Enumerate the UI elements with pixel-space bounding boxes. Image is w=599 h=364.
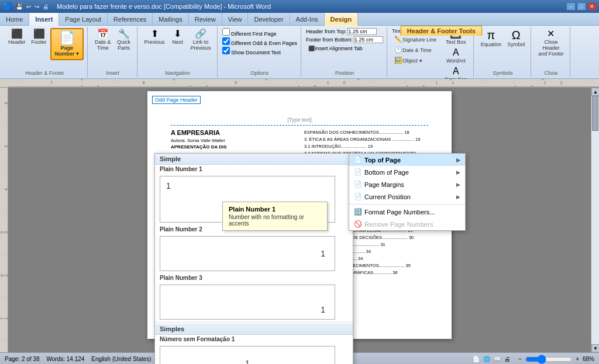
options-items: Different First Page Different Odd & Eve… xyxy=(222,28,297,69)
zoom-slider[interactable] xyxy=(525,355,572,364)
diff-odd-even-check[interactable]: Different Odd & Even Pages xyxy=(222,37,297,46)
show-doc-text-check[interactable]: Show Document Text xyxy=(222,47,281,56)
wordart-btn[interactable]: A WordArt xyxy=(442,47,470,65)
object-icon: 🖼️ xyxy=(394,57,402,64)
plain-number-3-preview[interactable]: 1 xyxy=(160,285,335,320)
group-insert: 📅 Date &Time 🔧 QuickParts Insert xyxy=(89,27,137,77)
scrollbar-vertical[interactable]: ▲ ▼ xyxy=(591,88,599,352)
footer-bottom-input[interactable] xyxy=(354,36,383,43)
symbols-group-label: Symbols xyxy=(493,69,513,76)
view-reading-icon[interactable]: 📖 xyxy=(494,356,501,362)
zoom-slider-minus[interactable]: − xyxy=(518,356,522,362)
wordart-icon: A xyxy=(453,48,459,57)
ruler-horizontal: · · 1 · · 2 · · 3 · · 4 · · 5 · · 6 · · … xyxy=(0,79,599,88)
scroll-down-btn[interactable]: ▼ xyxy=(591,344,599,352)
tab-page-layout[interactable]: Page Layout xyxy=(59,13,108,25)
arrow-right-3-icon: ▶ xyxy=(456,182,460,188)
format-page-numbers-item[interactable]: 🔢 Format Page Numbers... xyxy=(349,206,465,218)
page-margins-item[interactable]: 📄 Page Margins ▶ xyxy=(349,178,465,190)
position-dropdown: 📄 Top of Page ▶ 📄 Bottom of Page ▶ 📄 Pag… xyxy=(349,153,466,231)
options-group-label: Options xyxy=(250,69,268,76)
diff-first-pages-check[interactable]: Different First Page xyxy=(222,28,277,37)
quick-parts-btn[interactable]: 🔧 QuickParts xyxy=(115,28,133,52)
close-btn[interactable]: ✕ xyxy=(587,2,597,11)
tab-view[interactable]: View xyxy=(222,13,249,25)
next-btn[interactable]: ⬇ Next xyxy=(168,28,187,46)
insert-alignment-tab-btn[interactable]: ⬛ Insert Alignment Tab xyxy=(306,44,364,53)
tab-insert[interactable]: Insert xyxy=(29,13,59,26)
date-time-btn[interactable]: 📅 Date &Time xyxy=(92,28,113,52)
date-time-text-btn[interactable]: 🕐 Date & Time xyxy=(392,45,439,55)
link-to-prev-btn[interactable]: 🔗 Link toPrevious xyxy=(188,28,214,52)
equation-btn[interactable]: π Equation xyxy=(478,28,504,48)
header-footer-group-label: Header & Footer xyxy=(25,69,64,76)
arrow-right-icon: ▶ xyxy=(456,157,460,163)
group-close: ✕ CloseHeaderand Footer Close xyxy=(532,27,570,77)
bottom-page-icon: 📄 xyxy=(354,168,362,176)
print-preview-quick-btn[interactable]: 🖨 xyxy=(42,3,50,11)
bottom-of-page-item[interactable]: 📄 Bottom of Page ▶ xyxy=(349,166,465,178)
scroll-thumb[interactable] xyxy=(592,96,598,131)
dropcap-icon: A xyxy=(453,67,459,76)
footer-btn[interactable]: ⬛ Footer xyxy=(29,28,49,46)
type-text: [Type text] xyxy=(287,117,312,123)
insert-group-label: Insert xyxy=(106,69,120,76)
tab-references[interactable]: References xyxy=(108,13,153,25)
symbol-btn[interactable]: Ω Symbol xyxy=(505,28,527,48)
header-content: [Type text] xyxy=(171,117,428,123)
margins-icon: 📄 xyxy=(354,181,362,188)
hf-tools-label: Header & Footer Tools xyxy=(401,26,482,36)
save-quick-btn[interactable]: 💾 xyxy=(15,3,24,11)
language[interactable]: English (United States) xyxy=(91,356,151,362)
page-number-dropdown: Simple Plain Number 1 1 Plain Number 2 1… xyxy=(154,153,353,364)
tab-add-ins[interactable]: Add-Ins xyxy=(290,13,325,25)
clock-icon: 🕐 xyxy=(394,46,402,54)
tab-design[interactable]: Design xyxy=(325,13,359,26)
maximize-btn[interactable]: □ xyxy=(577,2,586,11)
ribbon-tab-strip: Home Insert Page Layout References Maili… xyxy=(0,13,599,26)
tab-home[interactable]: Home xyxy=(0,13,29,25)
tab-mailings[interactable]: Mailings xyxy=(153,13,188,25)
redo-quick-btn[interactable]: ↪ xyxy=(33,3,40,11)
ribbon: Home Insert Page Layout References Maili… xyxy=(0,13,599,79)
page-number-icon: 📄 xyxy=(59,32,75,44)
prev-btn[interactable]: ⬆ Previous xyxy=(142,28,167,46)
tab-review[interactable]: Review xyxy=(189,13,222,25)
tooltip-description: Number with no formatting or accents xyxy=(229,214,321,227)
view-print-icon[interactable]: 🖨 xyxy=(504,356,510,362)
footer-position-label: Footer from Bottom: xyxy=(306,37,353,43)
view-web-icon[interactable]: 🌐 xyxy=(483,356,490,362)
top-of-page-item[interactable]: 📄 Top of Page ▶ xyxy=(349,154,465,166)
plain-number-3-label: Plain Number 3 xyxy=(155,273,353,282)
dropdown-simple-label: Simple xyxy=(155,154,353,165)
scroll-up-btn[interactable]: ▲ xyxy=(591,88,599,96)
header-top-input[interactable] xyxy=(347,28,377,35)
pos-divider xyxy=(349,204,465,204)
remove-page-numbers-item: 🚫 Remove Page Numbers xyxy=(349,218,465,230)
minimize-btn[interactable]: − xyxy=(566,2,576,11)
undo-quick-btn[interactable]: ↩ xyxy=(25,3,32,11)
zoom-slider-plus[interactable]: + xyxy=(576,356,579,362)
arrow-right-2-icon: ▶ xyxy=(456,169,460,175)
zoom-level[interactable]: 68% xyxy=(583,356,594,362)
view-normal-icon[interactable]: 📄 xyxy=(473,356,480,362)
header-btn[interactable]: ⬛ Header xyxy=(6,28,28,46)
remove-icon: 🚫 xyxy=(354,220,362,228)
header-area: Odd Page Header [Type text] xyxy=(171,117,428,126)
ruler-h: · · 1 · · 2 · · 3 · · 4 · · 5 · · 6 · · … xyxy=(8,79,599,87)
signature-line-btn[interactable]: ✏️ Signature Line xyxy=(392,34,439,44)
insert-items: 📅 Date &Time 🔧 QuickParts xyxy=(92,28,133,69)
close-items: ✕ CloseHeaderand Footer xyxy=(536,28,566,69)
close-group-label: Close xyxy=(544,69,557,76)
plain-number-2-preview[interactable]: 1 xyxy=(160,236,335,271)
text-items: Text ✏️ Signature Line 🕐 Date & Time 🖼️ … xyxy=(392,28,470,84)
numero-sem-format-label: Número sem Formatação 1 xyxy=(155,335,353,344)
current-position-item[interactable]: 📄 Current Position ▶ xyxy=(349,190,465,203)
signature-icon: ✏️ xyxy=(394,36,402,43)
object-btn[interactable]: 🖼️ Object ▾ xyxy=(392,56,439,65)
close-hf-btn[interactable]: ✕ CloseHeaderand Footer xyxy=(536,28,566,58)
page-number-btn[interactable]: 📄 PageNumber ▾ xyxy=(50,28,84,60)
numero-sem-format-preview[interactable]: 1 xyxy=(160,346,335,364)
tab-developer[interactable]: Developer xyxy=(248,13,290,25)
current-pos-icon: 📄 xyxy=(354,193,362,200)
